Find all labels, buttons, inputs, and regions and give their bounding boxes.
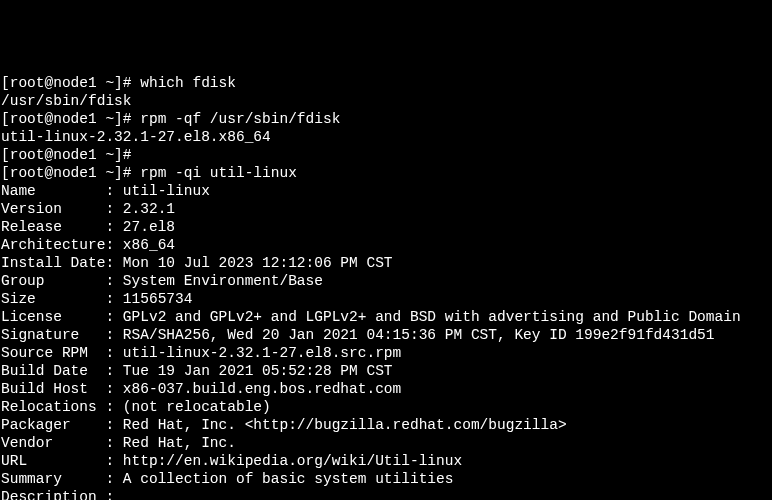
terminal-line: Build Host : x86-037.build.eng.bos.redha… <box>1 380 771 398</box>
terminal-line: Release : 27.el8 <box>1 218 771 236</box>
terminal-output[interactable]: [root@node1 ~]# which fdisk/usr/sbin/fdi… <box>1 74 771 500</box>
terminal-line: License : GPLv2 and GPLv2+ and LGPLv2+ a… <box>1 308 771 326</box>
terminal-line: Source RPM : util-linux-2.32.1-27.el8.sr… <box>1 344 771 362</box>
terminal-line: Architecture: x86_64 <box>1 236 771 254</box>
terminal-line: util-linux-2.32.1-27.el8.x86_64 <box>1 128 771 146</box>
terminal-line: [root@node1 ~]# <box>1 146 771 164</box>
terminal-line: Version : 2.32.1 <box>1 200 771 218</box>
terminal-line: [root@node1 ~]# rpm -qf /usr/sbin/fdisk <box>1 110 771 128</box>
terminal-line: Vendor : Red Hat, Inc. <box>1 434 771 452</box>
terminal-line: Relocations : (not relocatable) <box>1 398 771 416</box>
terminal-line: /usr/sbin/fdisk <box>1 92 771 110</box>
terminal-line: Description : <box>1 488 771 500</box>
terminal-line: Summary : A collection of basic system u… <box>1 470 771 488</box>
terminal-line: [root@node1 ~]# rpm -qi util-linux <box>1 164 771 182</box>
terminal-line: Group : System Environment/Base <box>1 272 771 290</box>
terminal-line: Install Date: Mon 10 Jul 2023 12:12:06 P… <box>1 254 771 272</box>
terminal-line: Size : 11565734 <box>1 290 771 308</box>
terminal-line: Name : util-linux <box>1 182 771 200</box>
terminal-line: Build Date : Tue 19 Jan 2021 05:52:28 PM… <box>1 362 771 380</box>
terminal-line: [root@node1 ~]# which fdisk <box>1 74 771 92</box>
terminal-line: URL : http://en.wikipedia.org/wiki/Util-… <box>1 452 771 470</box>
terminal-line: Packager : Red Hat, Inc. <http://bugzill… <box>1 416 771 434</box>
terminal-line: Signature : RSA/SHA256, Wed 20 Jan 2021 … <box>1 326 771 344</box>
